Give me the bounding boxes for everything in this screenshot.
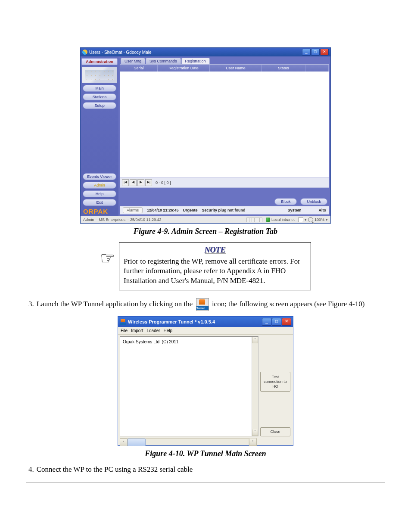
alarm-system: System (287, 208, 301, 212)
col-registration-date[interactable]: Registration Date (158, 65, 210, 72)
zoom-value: 100% (314, 218, 324, 222)
step-3-number: 3. (28, 300, 37, 308)
ie-icon (82, 50, 87, 55)
alarm-bar: Alarms 12/04/10 21:26:45 Urgente Securit… (120, 206, 329, 215)
progress-cells (247, 218, 262, 222)
tab-sys-commands[interactable]: Sys Commands (146, 58, 181, 64)
alarm-message: Security plug not found (202, 208, 246, 212)
brand-logo: ORPAK (81, 207, 118, 216)
sidebar-help[interactable]: Help (83, 190, 116, 197)
col-serial[interactable]: Serial (120, 65, 158, 72)
sidebar-admin[interactable]: Admin (83, 182, 116, 189)
scroll-up-icon[interactable]: ˄ (252, 337, 258, 343)
pager-last[interactable]: ▶| (145, 179, 152, 186)
close-button[interactable]: ✕ (320, 49, 329, 56)
sidebar: Administration Main Stations Setup Event… (81, 56, 118, 216)
block-button[interactable]: Block (274, 198, 297, 205)
menu-help[interactable]: Help (164, 328, 173, 333)
status-zone: Local intranet (271, 218, 295, 222)
note-body: Prior to registering the WP, remove all … (124, 257, 306, 285)
step-3-text-after: icon; the following screen appears (see … (210, 300, 365, 308)
maximize-button[interactable]: □ (311, 49, 320, 56)
sidebar-setup[interactable]: Setup (83, 102, 116, 109)
sidebar-events-viewer[interactable]: Events Viewer (83, 173, 116, 180)
wp-close-app-button[interactable]: Close (260, 427, 290, 436)
pager-prev[interactable]: ◀ (130, 179, 137, 186)
step-4: 4.Connect the WP to the PC using a RS232… (26, 464, 385, 475)
scroll-right-icon[interactable]: › (249, 439, 257, 446)
menu-loader[interactable]: Loader (146, 328, 160, 333)
scroll-left-icon[interactable]: ‹ (120, 439, 128, 446)
pager-range: 0 - 0 [ 0 ] (156, 180, 171, 185)
statusbar: Admin -- MS Enterprises -- 25/04/10 11:2… (81, 216, 330, 223)
wp-tunnel-icon: WPTunnel (196, 298, 209, 311)
note-heading: NOTE (124, 245, 306, 255)
wp-tunnel-screenshot: Wireless Programmer Tunnel * v1.0.5.4 _ … (118, 316, 293, 446)
scroll-down-icon[interactable]: ˅ (252, 429, 258, 436)
wp-close-button[interactable]: ✕ (282, 318, 291, 326)
admin-screenshot: Users - SiteOmat - Gdoocy Maie _ □ ✕ Adm… (80, 47, 331, 224)
wp-titlebar: Wireless Programmer Tunnel * v1.0.5.4 _ … (118, 317, 293, 327)
pager-first[interactable]: |◀ (122, 179, 129, 186)
wp-window-title: Wireless Programmer Tunnel * v1.0.5.4 (128, 319, 262, 324)
zone-icon (266, 218, 270, 222)
pager: |◀ ◀ ▶ ▶| 0 - 0 [ 0 ] (120, 178, 329, 188)
step-4-number: 4. (28, 465, 37, 473)
wp-minimize-button[interactable]: _ (262, 318, 271, 326)
magnifier-icon (308, 217, 313, 222)
sidebar-image (82, 67, 117, 83)
wp-scrollbar-horizontal[interactable]: ‹ › (120, 438, 257, 445)
protected-mode-icon (298, 217, 303, 222)
sidebar-exit[interactable]: Exit (83, 199, 116, 206)
test-connection-button[interactable]: Test connection to HO (260, 372, 290, 392)
col-status[interactable]: Status (262, 65, 305, 72)
window-titlebar: Users - SiteOmat - Gdoocy Maie _ □ ✕ (81, 48, 330, 56)
note-callout: ☞ NOTE Prior to registering the WP, remo… (100, 242, 311, 290)
alarm-time: 12/04/10 21:26:45 (147, 208, 179, 212)
wp-message-pane: Orpak Systems Ltd. (C) 2011 ˄ ˅ (120, 336, 258, 436)
wp-message: Orpak Systems Ltd. (C) 2011 (123, 339, 179, 344)
step-3: 3.Launch the WP Tunnel application by cl… (26, 298, 385, 311)
alarm-label: Alarms (123, 207, 143, 213)
main-pane: User Mng Sys Commands Registration Seria… (118, 56, 330, 216)
wp-maximize-button[interactable]: □ (272, 318, 281, 326)
unblock-button[interactable]: Unblock (300, 198, 327, 205)
pager-next[interactable]: ▶ (137, 179, 144, 186)
tab-strip: User Mng Sys Commands Registration (120, 58, 329, 64)
wp-scrollbar-vertical[interactable]: ˄ ˅ (252, 337, 258, 436)
list-header: Serial Registration Date User Name Statu… (120, 65, 329, 72)
alarm-alto: Alto (319, 208, 327, 212)
menu-import[interactable]: Import (131, 328, 143, 333)
sidebar-heading: Administration (81, 58, 118, 65)
wp-app-icon (120, 319, 126, 325)
alarm-urgent: Urgente (183, 208, 198, 212)
wp-icon-label: WPTunnel (196, 306, 209, 310)
sidebar-stations[interactable]: Stations (83, 93, 116, 100)
step-3-text-before: Launch the WP Tunnel application by clic… (37, 300, 195, 308)
wp-menubar: File Import Loader Help (118, 327, 293, 335)
registration-list: Serial Registration Date User Name Statu… (120, 64, 329, 178)
footer-rule (26, 482, 385, 482)
sidebar-main[interactable]: Main (83, 85, 116, 92)
tab-user-mng[interactable]: User Mng (121, 58, 145, 64)
status-left: Admin -- MS Enterprises -- 25/04/10 11:2… (83, 218, 162, 222)
scroll-thumb[interactable] (128, 439, 146, 446)
window-title: Users - SiteOmat - Gdoocy Maie (89, 50, 302, 55)
menu-file[interactable]: File (121, 328, 128, 333)
minimize-button[interactable]: _ (302, 49, 311, 56)
figure-caption-1: Figure 4-9. Admin Screen – Registration … (26, 227, 385, 236)
tab-registration[interactable]: Registration (181, 58, 210, 64)
step-4-text: Connect the WP to the PC using a RS232 s… (37, 465, 193, 473)
col-user-name[interactable]: User Name (210, 65, 262, 72)
zoom-control[interactable]: ▾ 100% ▾ (298, 217, 328, 222)
pointing-hand-icon: ☞ (100, 250, 115, 267)
figure-caption-2: Figure 4-10. WP Tunnel Main Screen (26, 449, 385, 458)
